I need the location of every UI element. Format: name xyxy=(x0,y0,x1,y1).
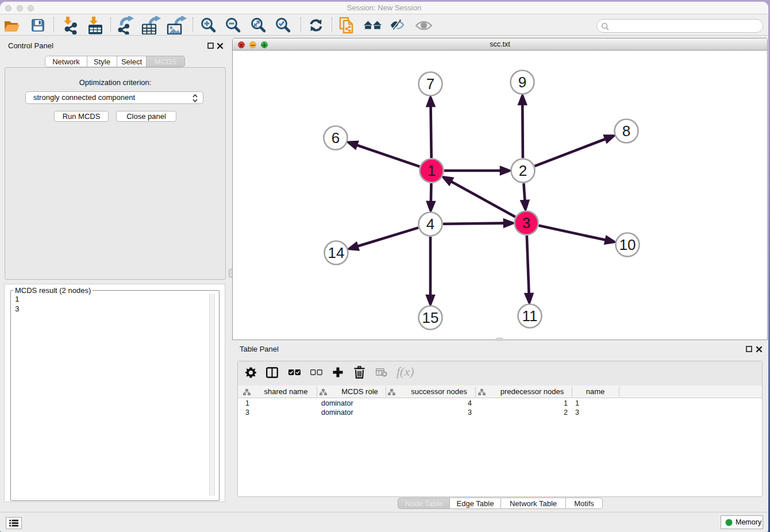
svg-text:11: 11 xyxy=(522,307,538,325)
svg-text:9: 9 xyxy=(518,74,526,91)
svg-text:7: 7 xyxy=(426,75,434,92)
svg-text:3: 3 xyxy=(522,214,530,232)
svg-text:10: 10 xyxy=(619,236,636,253)
svg-text:4: 4 xyxy=(426,215,434,233)
svg-text:14: 14 xyxy=(328,244,345,261)
svg-text:8: 8 xyxy=(622,122,630,140)
svg-text:6: 6 xyxy=(332,129,340,147)
svg-text:15: 15 xyxy=(422,309,439,326)
svg-text:1: 1 xyxy=(428,162,436,179)
svg-text:2: 2 xyxy=(519,162,527,179)
